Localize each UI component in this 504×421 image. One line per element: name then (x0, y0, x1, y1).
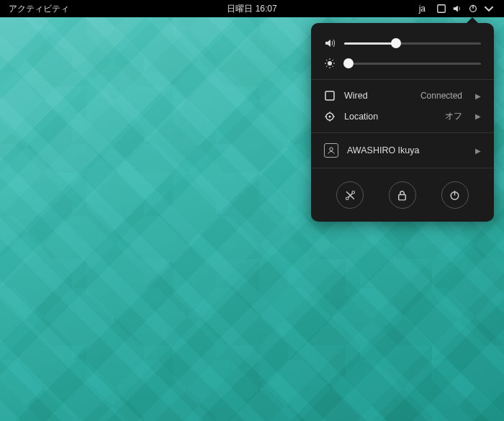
svg-point-14 (329, 115, 331, 117)
power-icon (468, 4, 478, 14)
chevron-down-icon (484, 4, 494, 14)
power-icon (449, 189, 461, 202)
brightness-slider[interactable] (344, 63, 481, 65)
svg-point-19 (330, 148, 333, 151)
svg-point-20 (346, 196, 348, 199)
svg-line-8 (326, 60, 328, 61)
brightness-icon (324, 58, 336, 69)
network-status: Connected (420, 91, 462, 101)
svg-line-10 (326, 66, 328, 68)
ime-label: ja (419, 4, 426, 14)
volume-slider[interactable] (344, 42, 481, 45)
system-status-area[interactable] (435, 4, 495, 14)
clock[interactable]: 日曜日 16:07 (227, 4, 276, 14)
volume-slider-row (311, 33, 494, 53)
svg-point-21 (352, 191, 355, 194)
volume-thumb[interactable] (391, 38, 401, 48)
svg-rect-0 (438, 5, 446, 13)
brightness-slider-row (311, 53, 494, 73)
separator (311, 168, 494, 168)
svg-point-3 (328, 61, 332, 65)
settings-button[interactable] (336, 181, 364, 209)
location-row[interactable]: Location オフ ▶ (311, 106, 494, 127)
network-row[interactable]: Wired Connected ▶ (311, 86, 494, 106)
chevron-right-icon: ▶ (475, 147, 481, 155)
activities-button[interactable]: アクティビティ (9, 3, 69, 15)
svg-line-11 (333, 60, 334, 61)
settings-icon (344, 189, 356, 202)
power-button[interactable] (441, 181, 469, 209)
lock-icon (396, 189, 408, 202)
location-status: オフ (445, 110, 462, 122)
location-label: Location (344, 112, 436, 122)
top-bar: アクティビティ 日曜日 16:07 ja (0, 0, 504, 17)
wired-network-icon (324, 90, 336, 101)
separator (311, 132, 494, 133)
input-method-indicator[interactable]: ja (419, 4, 428, 14)
lock-button[interactable] (389, 181, 416, 209)
svg-rect-22 (399, 194, 406, 199)
brightness-thumb[interactable] (343, 58, 354, 68)
user-name: AWASHIRO Ikuya (347, 145, 467, 155)
location-icon (324, 111, 336, 122)
network-label: Wired (344, 91, 412, 101)
network-icon (436, 4, 446, 14)
svg-line-9 (333, 66, 334, 68)
volume-icon (324, 37, 336, 49)
user-row[interactable]: AWASHIRO Ikuya ▶ (311, 139, 494, 162)
avatar-icon (324, 143, 338, 158)
system-menu-panel: Wired Connected ▶ Location オフ ▶ AWASHIRO… (311, 23, 494, 222)
svg-rect-12 (325, 91, 334, 100)
chevron-right-icon: ▶ (475, 112, 481, 120)
volume-icon (452, 4, 462, 14)
separator (311, 79, 494, 80)
chevron-right-icon: ▶ (475, 92, 481, 100)
action-buttons-row (311, 174, 494, 209)
